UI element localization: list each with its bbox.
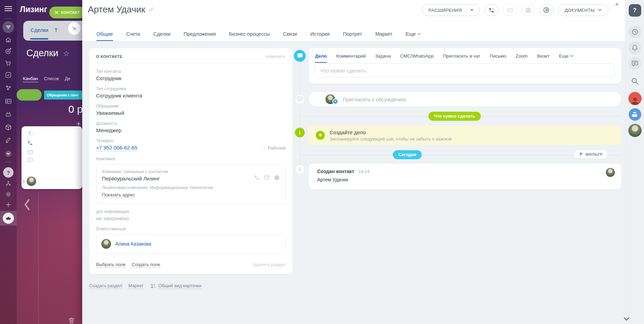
share-nodes-icon[interactable] xyxy=(0,180,17,187)
responsible-name-link[interactable]: Алина Казакова xyxy=(115,241,151,247)
composer-tab-invite-chat[interactable]: Пригласить в чат xyxy=(443,53,480,63)
invite-discussion-bar[interactable]: + Пригласить к обсуждению xyxy=(309,92,621,106)
tab-more[interactable]: Еще xyxy=(406,31,421,41)
tab-invoices[interactable]: Счета xyxy=(126,31,140,41)
composer-tab-task[interactable]: Задача xyxy=(375,53,391,63)
caret-down-icon[interactable] xyxy=(471,9,473,11)
composer-tab-sms[interactable]: СМС/WhatsApp xyxy=(400,53,434,63)
card-mail-icon[interactable] xyxy=(27,150,33,155)
company-onec-icon[interactable] xyxy=(274,175,280,180)
more-chevron-icon[interactable] xyxy=(0,150,17,157)
add-plus-icon[interactable] xyxy=(0,202,17,208)
market-link[interactable]: Маркет xyxy=(128,283,144,289)
documents-button[interactable]: ДОКУМЕНТЫ xyxy=(558,4,608,16)
timeline-entry-contact-created[interactable]: Создан контакт 14:24 Артем Удачик xyxy=(309,164,621,189)
onec-button[interactable] xyxy=(521,4,535,16)
company-drive-icon[interactable] xyxy=(0,36,17,43)
phone-link[interactable]: +7 952 006-62-65 xyxy=(96,145,137,151)
tab-deals[interactable]: Сделки xyxy=(31,27,48,33)
notifications-bell-button[interactable] xyxy=(628,41,642,54)
email-button[interactable] xyxy=(503,4,517,16)
call-button[interactable] xyxy=(484,4,498,16)
tariff-crown-button[interactable] xyxy=(0,211,17,225)
create-activity-hint[interactable]: + Создайте дело Запланируйте следующий ш… xyxy=(309,126,621,145)
composer-tab-visit[interactable]: Визит xyxy=(537,53,550,63)
messenger-button[interactable] xyxy=(628,57,642,70)
kanban-stage-bar[interactable] xyxy=(17,89,42,101)
card-phone-icon[interactable] xyxy=(27,140,33,146)
card-chat-icon[interactable] xyxy=(27,157,33,163)
date-pill-today: Сегодня xyxy=(393,150,422,159)
documents-label: ДОКУМЕНТЫ xyxy=(565,8,595,13)
view-tab-more[interactable]: Де xyxy=(65,76,70,82)
recent-user-avatar[interactable] xyxy=(628,92,642,105)
contact-entity-chip[interactable]: КОНТАКТ xyxy=(49,7,85,18)
shop-cart-icon[interactable] xyxy=(0,60,17,67)
sites-cube-icon[interactable] xyxy=(0,124,17,131)
crm-contacts-icon[interactable] xyxy=(0,98,17,105)
extra-info-value: не заполнено xyxy=(96,215,286,221)
company-actions xyxy=(254,173,280,181)
timeman-clock-button[interactable] xyxy=(628,25,642,39)
help-icon[interactable]: ? xyxy=(0,167,17,178)
collapse-column-chevron[interactable] xyxy=(23,198,31,212)
active-tab-indicator xyxy=(30,38,48,40)
speech-bubble-icon xyxy=(297,53,303,59)
tab-general[interactable]: Общие xyxy=(96,31,113,41)
todo-input[interactable] xyxy=(315,63,615,77)
card-view-link[interactable]: Общий вид карточки xyxy=(158,283,201,289)
extensions-button[interactable]: РАСШИРЕНИЯ xyxy=(422,4,480,16)
favorite-star-icon[interactable]: ☆ xyxy=(63,49,69,58)
live-feed-icon[interactable] xyxy=(0,21,17,33)
view-tab-list[interactable]: Список xyxy=(44,76,59,82)
company-name-link[interactable]: Первоуральский Лизинг xyxy=(102,176,168,181)
tab-quotes[interactable]: Предложения xyxy=(184,31,216,41)
field-label: Тип сотрудника xyxy=(96,86,286,91)
card-assignee-avatar[interactable] xyxy=(27,177,36,186)
composer-tab-activity[interactable]: Дело xyxy=(315,53,327,63)
collapse-slider-button[interactable] xyxy=(68,22,80,35)
select-field-link[interactable]: Выбрать поле xyxy=(96,262,126,268)
composer-tab-zoom[interactable]: Zoom xyxy=(516,53,528,63)
edit-name-icon[interactable] xyxy=(149,7,154,12)
tab-deals[interactable]: Сделки xyxy=(153,31,170,41)
create-section-link[interactable]: Создать раздел xyxy=(89,283,122,289)
delete-section-link[interactable]: Удалить раздел xyxy=(253,262,286,268)
scroll-down-chevron[interactable] xyxy=(624,317,629,321)
composer-tab-comment[interactable]: Комментарий xyxy=(336,53,366,63)
composer-tab-more[interactable]: Еще xyxy=(559,53,573,63)
show-address-link[interactable]: Показать адрес xyxy=(102,192,135,198)
tasks-icon[interactable] xyxy=(0,71,17,78)
tab-second[interactable]: Т xyxy=(54,27,58,33)
responsible-avatar[interactable] xyxy=(101,239,111,249)
tab-market[interactable]: Маркет xyxy=(375,31,392,41)
company-mail-icon[interactable] xyxy=(264,175,270,180)
tab-bizproc[interactable]: Бизнес-процессы xyxy=(229,31,270,41)
marketing-target-icon[interactable] xyxy=(0,48,17,54)
kanban-stage-chip[interactable]: Обращения с почт xyxy=(44,91,82,100)
create-field-link[interactable]: Создать поле xyxy=(132,262,160,268)
recent-user-avatar[interactable] xyxy=(628,124,642,137)
kanban-column-divider xyxy=(38,193,39,324)
edit-link[interactable]: изменить xyxy=(266,54,286,59)
tab-portrait[interactable]: Портрет xyxy=(343,31,362,41)
close-icon[interactable] xyxy=(55,11,58,14)
scroll-up-arrow[interactable] xyxy=(615,3,619,5)
group-chat-button[interactable] xyxy=(629,108,641,121)
robot-automation-icon[interactable] xyxy=(0,111,17,118)
network-icon[interactable] xyxy=(0,84,17,91)
helpdesk-button[interactable]: ? xyxy=(629,4,641,17)
kanban-deal-card[interactable]: 0 0 xyxy=(22,126,82,189)
settings-button[interactable] xyxy=(540,4,553,16)
company-phone-icon[interactable] xyxy=(254,175,260,180)
tab-relations[interactable]: Связи xyxy=(283,31,297,41)
composer-tab-email[interactable]: Письмо xyxy=(490,53,506,63)
sign-pen-icon[interactable] xyxy=(0,136,17,143)
tab-history[interactable]: История xyxy=(310,31,330,41)
timeline-filter-button[interactable]: ФИЛЬТР xyxy=(574,150,608,159)
settings-gear-icon[interactable] xyxy=(0,191,17,197)
menu-hamburger-icon[interactable] xyxy=(0,5,17,12)
card-view-item[interactable]: Общий вид карточки xyxy=(150,283,201,289)
view-tab-kanban[interactable]: Канбан xyxy=(23,76,38,82)
search-button[interactable] xyxy=(631,77,639,85)
